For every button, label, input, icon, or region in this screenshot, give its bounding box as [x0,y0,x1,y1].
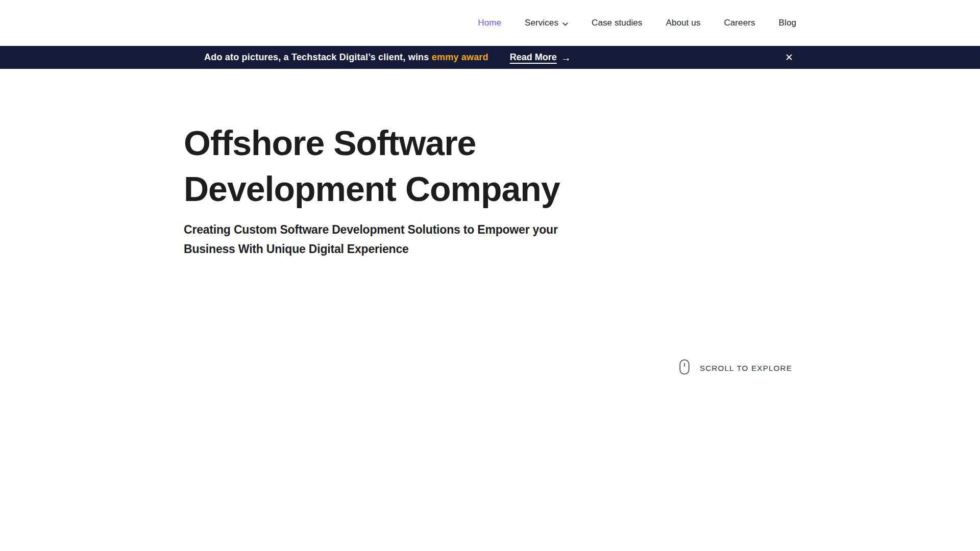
announcement-banner-inner: Ado ato pictures, a Techstack Digital’s … [184,51,796,64]
scroll-to-explore[interactable]: SCROLL TO EXPLORE [679,360,792,376]
page-title: Offshore Software Development Company [184,120,592,212]
nav-item-services[interactable]: Services [525,17,568,29]
nav-item-services-label: Services [525,18,558,28]
read-more-label: Read More [510,52,557,63]
announcement-message-text: Ado ato pictures, a Techstack Digital’s … [204,52,432,62]
page-subtitle: Creating Custom Software Development Sol… [184,220,607,259]
mouse-icon [679,359,690,377]
read-more-link[interactable]: Read More → [510,52,571,63]
header-container: Home Services Case studies About us Care… [184,17,796,29]
nav-item-blog[interactable]: Blog [779,18,796,28]
main-nav: Home Services Case studies About us Care… [478,17,796,29]
announcement-highlight: emmy award [432,52,488,62]
hero-section: Offshore Software Development Company Cr… [184,69,796,259]
scroll-to-explore-label: SCROLL TO EXPLORE [700,364,792,372]
close-icon: ✕ [785,52,793,63]
arrow-right-icon: → [561,53,571,63]
nav-item-home[interactable]: Home [478,18,501,28]
chevron-down-icon [562,18,568,29]
nav-item-careers[interactable]: Careers [724,18,755,28]
top-header: Home Services Case studies About us Care… [0,0,980,46]
announcement-banner: Ado ato pictures, a Techstack Digital’s … [0,46,980,69]
banner-close-button[interactable]: ✕ [782,51,796,64]
nav-item-about-us[interactable]: About us [666,18,700,28]
announcement-message: Ado ato pictures, a Techstack Digital’s … [204,52,488,63]
nav-item-case-studies[interactable]: Case studies [592,18,642,28]
